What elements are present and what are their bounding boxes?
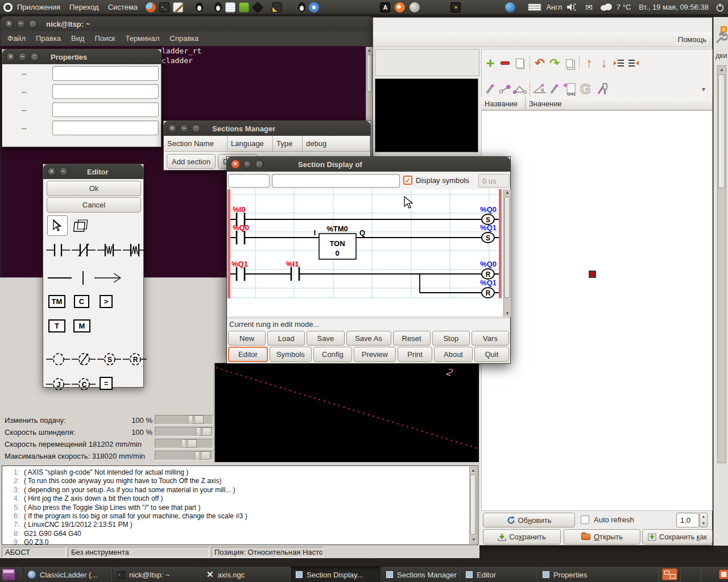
interval-spin-arrows[interactable]: ▲▼ <box>700 513 708 527</box>
tray-mini-app-icon[interactable] <box>719 569 728 579</box>
toolpath-preview[interactable]: 2 <box>214 363 479 462</box>
ok-button[interactable]: Ok <box>47 181 141 196</box>
gcode-line[interactable]: 5:( Also press the Toggle Skip Lines wit… <box>3 504 478 512</box>
move-up-icon[interactable]: ↑ <box>582 56 597 70</box>
terminal-menu-file[interactable]: Файл <box>3 31 30 46</box>
coil-set-tool-icon[interactable]: S <box>97 351 121 368</box>
column-language[interactable]: Language <box>228 136 273 152</box>
paste-icon[interactable] <box>512 56 527 70</box>
tux-app2-icon[interactable] <box>214 2 222 12</box>
wrench-icon[interactable] <box>715 32 727 44</box>
editor-titlebar[interactable]: × − Editor <box>43 164 143 179</box>
taskbar-item-properties[interactable]: Properties <box>537 567 659 582</box>
toolbar-overflow-icon[interactable]: ▾ <box>696 82 711 97</box>
remove-icon[interactable] <box>498 56 512 70</box>
blender-icon[interactable] <box>395 2 405 13</box>
counter-block-tool[interactable]: C <box>74 295 89 308</box>
taskbar-item-classicladder[interactable]: ClassicLadder (... <box>23 567 112 582</box>
gcode-listing[interactable]: 1:( AXIS "splash g-code" Not intended fo… <box>2 465 478 545</box>
stop-button[interactable]: Stop <box>432 331 470 346</box>
property-input[interactable] <box>52 102 159 117</box>
maximize-icon[interactable]: □ <box>192 124 201 133</box>
g41-icon[interactable]: G41 <box>562 82 577 97</box>
save-button[interactable]: Save <box>307 331 344 346</box>
terminal-menu-view[interactable]: Вид <box>67 31 89 46</box>
keyboard-indicator-icon[interactable] <box>528 3 541 11</box>
inkscape-icon[interactable] <box>252 1 263 13</box>
coil-call-tool-icon[interactable]: C <box>72 376 96 393</box>
tux-app-icon[interactable] <box>196 2 203 12</box>
volume-icon[interactable] <box>566 3 576 11</box>
workspace-switcher[interactable] <box>662 568 677 580</box>
taskbar-item-section-display[interactable]: Section Display... <box>291 567 381 582</box>
gcode-line[interactable]: 1:( AXIS "splash g-code" Not intended fo… <box>3 468 478 477</box>
maximize-icon[interactable]: □ <box>255 160 264 169</box>
jog-speed-slider[interactable] <box>155 439 213 448</box>
clock-label[interactable]: Вт., 19 мая, 09:56:38 <box>639 3 709 11</box>
ladder-canvas[interactable]: %I0 %Q0 S %Q0 %TM0 I Q TON 0 %Q1 S <box>228 189 503 317</box>
save-button[interactable]: Сохранить <box>483 529 561 544</box>
indent-left-icon[interactable] <box>626 56 641 70</box>
minimize-icon[interactable]: − <box>16 19 26 28</box>
save-as-button[interactable]: Save As <box>346 331 391 346</box>
gcode-scrollbar[interactable]: ▲▼ <box>469 467 477 544</box>
coil-reset-tool-icon[interactable]: R <box>123 351 147 368</box>
add-section-button[interactable]: Add section <box>167 154 216 169</box>
print-button[interactable]: Print <box>398 347 432 362</box>
ubuntu-logo-icon[interactable] <box>3 3 13 12</box>
contact-closed-tool-icon[interactable] <box>72 242 96 259</box>
horizontal-wire-tool-icon[interactable] <box>46 270 73 286</box>
line-tool-icon[interactable] <box>498 82 512 97</box>
taskbar-item-sections-manager[interactable]: Sections Manager <box>381 567 461 582</box>
text-editor-icon[interactable] <box>173 2 183 13</box>
terminal-titlebar[interactable]: × − □ nick@ltsp: ~ <box>1 16 373 31</box>
pointer-tool-button[interactable] <box>47 215 68 236</box>
contact-falling-edge-tool-icon[interactable] <box>123 242 147 259</box>
terminal-menu-terminal[interactable]: Терминал <box>121 31 164 46</box>
display-symbols-checkbox[interactable]: ✓ <box>403 176 412 185</box>
minimize-icon[interactable]: − <box>18 52 27 61</box>
minimize-icon[interactable]: − <box>180 124 189 133</box>
spindle-override-slider[interactable] <box>155 427 213 436</box>
new-button[interactable]: New <box>228 331 266 346</box>
tux-app3-icon[interactable] <box>298 2 305 12</box>
open-button[interactable]: Открыть <box>564 529 640 544</box>
timer-block-tool[interactable]: TM <box>48 295 65 308</box>
gcode-line[interactable]: 8:G21 G90 G64 G40 <box>3 530 478 538</box>
monostable-block-tool[interactable]: M <box>73 319 90 332</box>
notes-app-icon[interactable] <box>225 2 235 13</box>
interval-spinbox[interactable]: 1.0 <box>676 513 699 527</box>
config-button[interactable]: Config <box>313 347 352 362</box>
operate-block-tool[interactable]: = <box>100 377 113 390</box>
taskbar-item-terminal[interactable]: › nick@ltsp: ~ <box>112 567 201 582</box>
chromium-icon[interactable] <box>309 2 319 13</box>
keyboard-layout-label[interactable]: Англ <box>546 3 562 11</box>
drop-terminal-icon[interactable]: » <box>450 2 461 13</box>
scroll-up-icon[interactable]: ▲ <box>718 66 726 74</box>
tool-settings-icon[interactable] <box>595 82 610 97</box>
gimp-icon[interactable] <box>410 2 420 13</box>
gcode-line[interactable]: 9:G0 Z3.0 <box>3 538 478 545</box>
coil-tool-icon[interactable] <box>46 351 70 368</box>
reset-button[interactable]: Reset <box>393 331 431 346</box>
max-velocity-slider[interactable] <box>155 451 213 460</box>
contact-open-tool-icon[interactable] <box>46 242 70 259</box>
properties-titlebar[interactable]: × − □ Properties <box>2 49 161 64</box>
taskbar-item-editor[interactable]: Editor <box>461 567 537 582</box>
about-button[interactable]: About <box>434 347 473 362</box>
taskbar-item-axis[interactable]: ✕ axis.ngc <box>201 567 291 582</box>
property-input[interactable] <box>52 84 159 99</box>
save-as-button[interactable]: Сохранить как <box>642 529 713 544</box>
cancel-button[interactable]: Cancel <box>47 197 141 213</box>
minimize-icon[interactable]: − <box>59 167 68 176</box>
load-button[interactable]: Load <box>267 331 305 346</box>
scroll-up-icon[interactable]: ▲ <box>504 189 511 196</box>
column-name[interactable]: Название <box>481 97 526 110</box>
gcode-icon[interactable]: G <box>577 82 595 97</box>
menu-system[interactable]: Система <box>104 0 142 15</box>
gcode-line[interactable]: 6:( If the program is too big or small f… <box>3 512 478 521</box>
auto-refresh-checkbox[interactable] <box>581 516 589 524</box>
rung-comment-input[interactable] <box>272 174 400 188</box>
section-display-titlebar[interactable]: × − □ Section Display of <box>227 157 510 172</box>
editor-button[interactable]: Editor <box>228 347 268 362</box>
